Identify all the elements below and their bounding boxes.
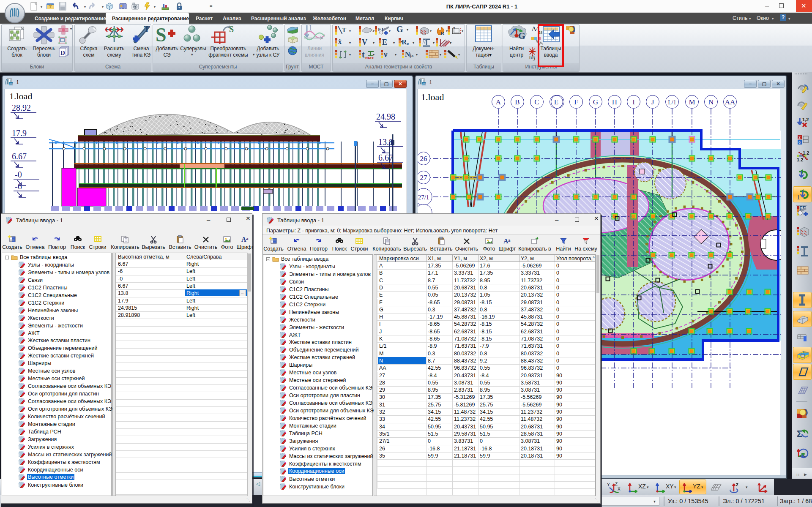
svg-text:1.2: 1.2 [797,157,803,162]
svg-text:J: J [651,98,654,106]
svg-text:I: I [632,98,635,106]
svg-text:a: a [246,236,249,241]
svg-text:27/1: 27/1 [418,194,429,201]
svg-text:6: 6 [798,140,801,144]
svg-text:24: 24 [9,82,13,85]
svg-text:-6: -6 [15,182,22,191]
svg-text:S: S [156,25,167,45]
svg-text:1,2: 1,2 [802,117,809,122]
svg-text:Y: Y [607,482,610,487]
svg-text:1: 1 [797,194,800,201]
svg-text:C: C [534,98,539,106]
svg-text:G: G [593,98,598,106]
svg-text:A: A [496,98,501,106]
svg-text:AA: AA [725,98,735,106]
svg-text:T: T [144,25,150,34]
svg-text:S: S [229,25,234,34]
svg-text:F: F [574,98,578,106]
svg-text:L/1: L/1 [668,99,676,106]
svg-text:σ: σ [453,26,455,30]
svg-text:28.92: 28.92 [12,103,31,112]
svg-text:z: z [736,482,738,488]
svg-text:6.67: 6.67 [378,153,393,162]
svg-text:M: M [689,98,695,106]
svg-text:17.9: 17.9 [12,128,27,138]
svg-text:24.98: 24.98 [376,112,395,121]
svg-text:D: D [60,49,65,56]
svg-text:t: t [362,50,365,59]
svg-text:-0: -0 [15,170,22,179]
svg-text:N: N [708,98,714,106]
svg-text:2: 2 [798,135,801,139]
svg-text:1.load: 1.load [9,91,32,101]
svg-text:X: X [618,487,621,491]
svg-text:G: G [518,30,525,41]
svg-text:1.load: 1.load [421,92,444,102]
svg-text:13.8: 13.8 [378,137,393,147]
svg-text:a: a [508,237,511,243]
svg-text:R: R [440,30,445,35]
svg-text:27: 27 [420,174,428,182]
svg-text:H: H [612,98,617,106]
svg-text:26: 26 [420,155,427,163]
svg-text:1.2: 1.2 [803,150,809,155]
svg-text:6.67: 6.67 [12,152,27,161]
svg-text:24: 24 [422,82,426,85]
svg-text:B: B [515,98,519,106]
svg-text:E: E [554,98,558,106]
svg-text:Σ: Σ [797,428,802,439]
svg-text:Z: Z [615,482,618,486]
